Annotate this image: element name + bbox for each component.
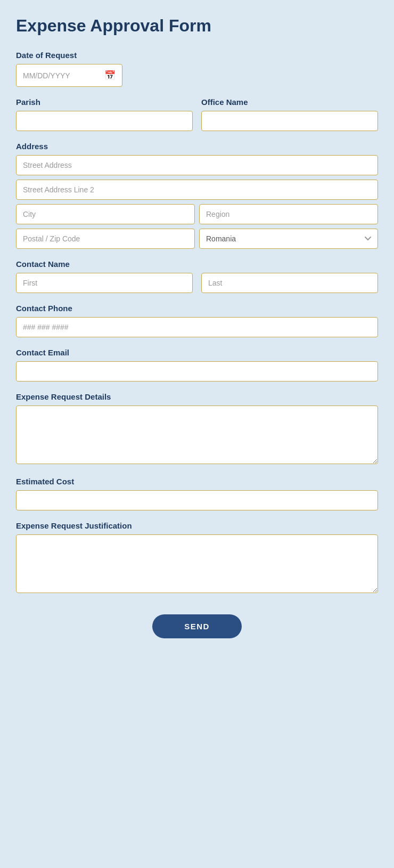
country-col: Romania United States United Kingdom Fra… xyxy=(199,229,378,249)
office-name-col: Office Name xyxy=(201,98,378,131)
date-input-wrapper[interactable]: MM/DD/YYYY 📅 xyxy=(16,64,122,87)
first-name-col xyxy=(16,273,193,293)
date-of-request-section: Date of Request MM/DD/YYYY 📅 xyxy=(16,51,378,87)
expense-justification-section: Expense Request Justification xyxy=(16,521,378,595)
estimated-cost-input[interactable] xyxy=(16,490,378,510)
contact-name-section: Contact Name xyxy=(16,259,378,293)
address-group: Romania United States United Kingdom Fra… xyxy=(16,155,378,249)
postal-country-row: Romania United States United Kingdom Fra… xyxy=(16,229,378,249)
last-name-input[interactable] xyxy=(201,273,378,293)
region-col xyxy=(199,204,378,224)
send-button[interactable]: SEND xyxy=(152,614,242,638)
contact-email-label: Contact Email xyxy=(16,348,378,357)
country-select[interactable]: Romania United States United Kingdom Fra… xyxy=(199,229,378,249)
contact-phone-label: Contact Phone xyxy=(16,304,378,313)
expense-justification-textarea[interactable] xyxy=(16,534,378,593)
office-name-label: Office Name xyxy=(201,98,378,107)
contact-email-input[interactable] xyxy=(16,361,378,382)
parish-input[interactable] xyxy=(16,111,193,131)
page-title: Expense Approval Form xyxy=(16,16,378,36)
send-button-wrapper: SEND xyxy=(16,614,378,638)
contact-name-label: Contact Name xyxy=(16,259,378,269)
region-input[interactable] xyxy=(199,204,378,224)
expense-justification-label: Expense Request Justification xyxy=(16,521,378,530)
contact-phone-section: Contact Phone xyxy=(16,304,378,337)
parish-col: Parish xyxy=(16,98,193,131)
estimated-cost-section: Estimated Cost xyxy=(16,477,378,510)
calendar-icon: 📅 xyxy=(104,70,116,81)
city-input[interactable] xyxy=(16,204,195,224)
expense-details-section: Expense Request Details xyxy=(16,392,378,466)
parish-label: Parish xyxy=(16,98,193,107)
address-section: Address Romania United States United Kin… xyxy=(16,142,378,249)
city-col xyxy=(16,204,195,224)
postal-col xyxy=(16,229,195,249)
last-name-col xyxy=(201,273,378,293)
date-placeholder: MM/DD/YYYY xyxy=(23,71,100,80)
city-region-row xyxy=(16,204,378,224)
expense-details-textarea[interactable] xyxy=(16,405,378,464)
expense-details-label: Expense Request Details xyxy=(16,392,378,401)
first-name-input[interactable] xyxy=(16,273,193,293)
date-of-request-label: Date of Request xyxy=(16,51,378,60)
contact-email-section: Contact Email xyxy=(16,348,378,382)
address-label: Address xyxy=(16,142,378,151)
parish-office-row: Parish Office Name xyxy=(16,98,378,131)
street-address-input[interactable] xyxy=(16,155,378,175)
postal-input[interactable] xyxy=(16,229,195,249)
street-address-2-input[interactable] xyxy=(16,180,378,200)
office-name-input[interactable] xyxy=(201,111,378,131)
estimated-cost-label: Estimated Cost xyxy=(16,477,378,486)
contact-phone-input[interactable] xyxy=(16,317,378,337)
contact-name-row xyxy=(16,273,378,293)
